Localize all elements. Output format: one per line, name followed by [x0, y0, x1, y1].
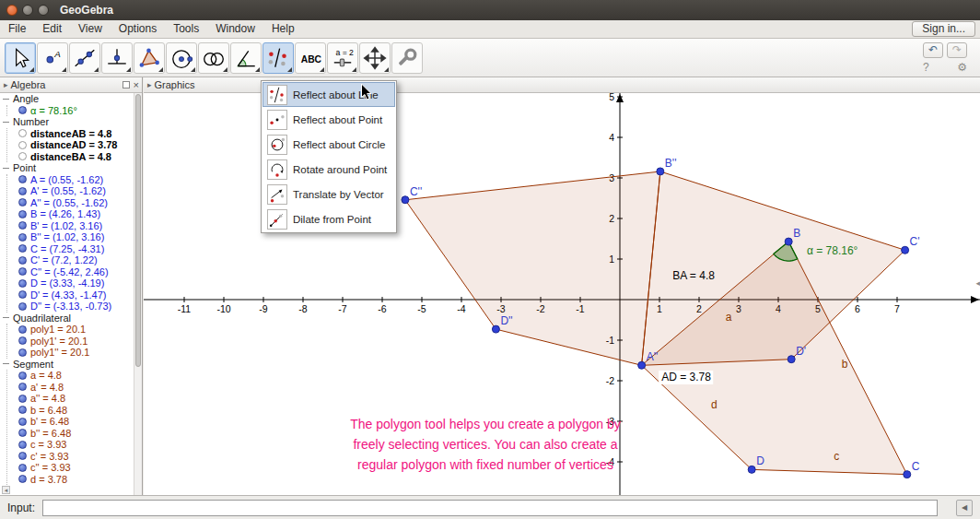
algebra-item[interactable]: distanceBA = 4.8	[7, 151, 134, 163]
visibility-marble-icon[interactable]	[18, 279, 27, 288]
visibility-marble-icon[interactable]	[18, 267, 27, 276]
menu-item-window[interactable]: Window	[207, 20, 263, 38]
algebra-item[interactable]: A = (0.55, -1.62)	[7, 174, 134, 186]
algebra-item[interactable]: a = 4.8	[7, 370, 134, 382]
menu-item-translate-by-vector[interactable]: Translate by Vector	[262, 182, 395, 206]
scroll-left-icon[interactable]: ◂	[2, 486, 10, 494]
visibility-marble-icon[interactable]	[18, 129, 27, 137]
menu-item-tools[interactable]: Tools	[165, 20, 207, 38]
text-tool-button[interactable]: ABC	[295, 42, 326, 74]
circle-tool-button[interactable]	[166, 42, 197, 74]
algebra-item[interactable]: α = 78.16°	[7, 105, 134, 117]
visibility-marble-icon[interactable]	[18, 210, 27, 218]
titlebar[interactable]: GeoGebra	[0, 0, 980, 20]
angle-tool-button[interactable]	[230, 42, 262, 74]
algebra-item[interactable]: b'' = 6.48	[7, 428, 134, 440]
collapse-toggle-icon[interactable]	[3, 168, 9, 169]
algebra-section-angle[interactable]: Angle	[0, 93, 134, 105]
polygon-tool-button[interactable]	[134, 42, 165, 74]
panel-expand-icon[interactable]: ▸	[147, 80, 152, 89]
window-close-button[interactable]	[6, 5, 18, 16]
redo-icon[interactable]: ↷	[947, 42, 967, 58]
collapse-toggle-icon[interactable]	[3, 317, 9, 318]
algebra-item[interactable]: d = 3.78	[7, 474, 134, 486]
algebra-item[interactable]: poly1'' = 20.1	[7, 347, 134, 359]
visibility-marble-icon[interactable]	[18, 336, 27, 345]
menu-item-options[interactable]: Options	[111, 20, 165, 38]
polygon-poly1[interactable]	[405, 171, 660, 365]
collapse-panel-icon[interactable]: ◂	[975, 278, 980, 288]
menu-item-file[interactable]: File	[0, 20, 34, 38]
algebra-item[interactable]: distanceAB = 4.8	[7, 128, 134, 140]
command-input[interactable]	[42, 500, 938, 516]
algebra-section-segment[interactable]: Segment	[0, 359, 134, 371]
input-help-icon[interactable]: ◀	[956, 500, 973, 516]
graph-point-c[interactable]	[902, 246, 909, 254]
algebra-item[interactable]: A' = (0.55, -1.62)	[7, 185, 134, 197]
graph-text-label[interactable]: α = 78.16°	[807, 244, 858, 257]
point-tool-button[interactable]: A	[37, 42, 68, 74]
line-tool-button[interactable]	[69, 42, 100, 74]
algebra-item[interactable]: c'' = 3.93	[7, 462, 134, 474]
move-tool-button[interactable]	[5, 42, 36, 74]
collapse-toggle-icon[interactable]	[3, 99, 9, 100]
algebra-item[interactable]: B = (4.26, 1.43)	[7, 208, 134, 220]
visibility-marble-icon[interactable]	[18, 302, 27, 311]
algebra-item[interactable]: B'' = (1.02, 3.16)	[7, 231, 134, 243]
graph-text-label[interactable]: AD = 3.78	[661, 371, 711, 383]
graph-point-c[interactable]	[402, 196, 409, 204]
algebra-item[interactable]: C'' = (-5.42, 2.46)	[7, 266, 134, 278]
move-graphics-tool-button[interactable]	[359, 42, 391, 74]
visibility-marble-icon[interactable]	[18, 418, 27, 426]
algebra-item[interactable]: c' = 3.93	[7, 451, 134, 463]
algebra-item[interactable]: b = 6.48	[7, 405, 134, 417]
graph-text-label[interactable]: BA = 4.8	[672, 269, 715, 282]
menu-item-rotate-around-point[interactable]: Rotate around Point	[262, 157, 395, 182]
collapse-toggle-icon[interactable]	[3, 363, 9, 364]
graph-point-d[interactable]	[748, 466, 755, 473]
visibility-marble-icon[interactable]	[18, 464, 27, 472]
algebra-scrollbar[interactable]	[134, 93, 142, 495]
menu-item-edit[interactable]: Edit	[34, 20, 70, 38]
collapse-toggle-icon[interactable]	[3, 122, 9, 123]
visibility-marble-icon[interactable]	[18, 406, 27, 414]
algebra-item[interactable]: poly1 = 20.1	[7, 324, 134, 336]
visibility-marble-icon[interactable]	[18, 175, 27, 183]
visibility-marble-icon[interactable]	[18, 372, 27, 380]
algebra-item[interactable]: a'' = 4.8	[7, 393, 134, 405]
conic-tool-button[interactable]	[198, 42, 229, 74]
visibility-marble-icon[interactable]	[18, 221, 27, 230]
window-maximize-button[interactable]	[38, 5, 49, 16]
visibility-marble-icon[interactable]	[18, 395, 27, 403]
visibility-marble-icon[interactable]	[18, 233, 27, 242]
algebra-panel-header[interactable]: ▸ Algebra ×	[0, 77, 142, 93]
undock-icon[interactable]	[122, 81, 130, 88]
window-minimize-button[interactable]	[22, 5, 33, 16]
menu-item-reflect-about-circle[interactable]: Reflect about Circle	[262, 132, 395, 157]
algebra-item[interactable]: poly1' = 20.1	[7, 336, 134, 348]
close-panel-icon[interactable]: ×	[134, 81, 139, 88]
visibility-marble-icon[interactable]	[18, 198, 27, 206]
menu-item-reflect-about-point[interactable]: Reflect about Point	[262, 107, 395, 132]
slider-tool-button[interactable]: a = 2	[327, 42, 358, 74]
visibility-marble-icon[interactable]	[18, 383, 27, 391]
algebra-item[interactable]: a' = 4.8	[7, 382, 134, 394]
visibility-marble-icon[interactable]	[18, 187, 27, 195]
algebra-item[interactable]: A'' = (0.55, -1.62)	[7, 197, 134, 209]
algebra-item[interactable]: b' = 6.48	[7, 416, 134, 428]
algebra-item[interactable]: c = 3.93	[7, 439, 134, 451]
algebra-section-quadrilateral[interactable]: Quadrilateral	[0, 313, 134, 324]
perpendicular-line-tool-button[interactable]	[101, 42, 133, 74]
gear-icon[interactable]: ⚙	[957, 61, 967, 74]
graph-point-d[interactable]	[788, 356, 795, 363]
algebra-section-point[interactable]: Point	[0, 162, 134, 174]
algebra-item[interactable]: C = (7.25, -4.31)	[7, 243, 134, 255]
menu-item-dilate-from-point[interactable]: Dilate from Point	[262, 206, 395, 231]
algebra-item[interactable]: distanceAD = 3.78	[7, 139, 134, 151]
algebra-item[interactable]: C' = (7.2, 1.22)	[7, 254, 134, 266]
visibility-marble-icon[interactable]	[18, 348, 27, 357]
visibility-marble-icon[interactable]	[18, 290, 27, 299]
reflect-tool-button[interactable]	[262, 42, 294, 74]
undo-icon[interactable]: ↶	[923, 42, 943, 58]
scrollbar-thumb[interactable]	[135, 94, 141, 367]
